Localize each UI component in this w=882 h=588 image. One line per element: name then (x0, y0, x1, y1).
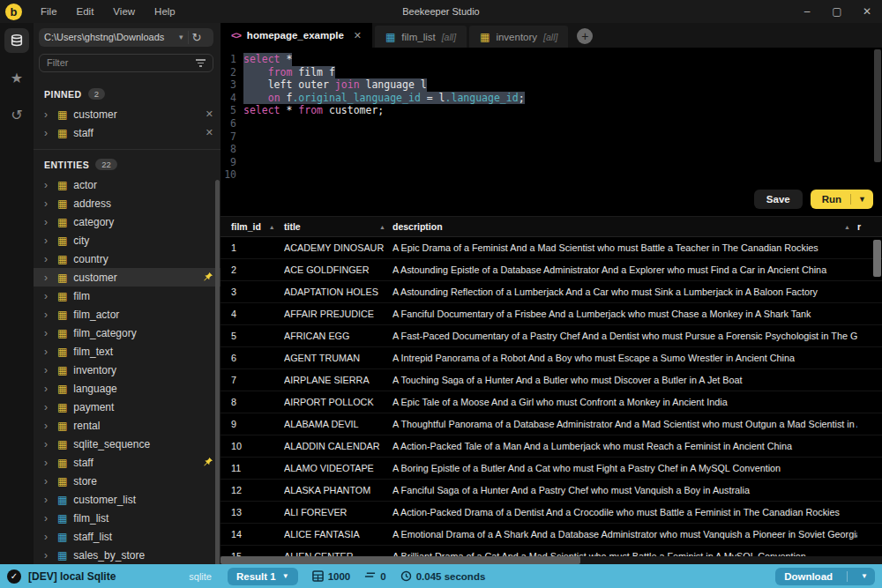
chevron-right-icon[interactable]: › (44, 364, 51, 376)
entity-item-category[interactable]: ›▦category (34, 212, 220, 231)
entity-item-inventory[interactable]: ›▦inventory (34, 361, 220, 379)
run-button[interactable]: Run ▼ (811, 190, 873, 209)
entity-item-actor[interactable]: ›▦actor (34, 175, 220, 194)
chevron-right-icon[interactable]: › (44, 475, 51, 488)
menu-help[interactable]: Help (145, 6, 185, 17)
chevron-right-icon[interactable]: › (44, 179, 51, 191)
menu-file[interactable]: File (31, 6, 67, 17)
entity-item-store[interactable]: ›▦store (34, 472, 220, 490)
table-row[interactable]: 12ALASKA PHANTOMA Fanciful Saga of a Hun… (220, 480, 882, 502)
chevron-right-icon[interactable]: › (44, 272, 51, 284)
close-button[interactable]: ✕ (852, 0, 882, 23)
tab-inventory[interactable]: ▦ inventory [all] (469, 26, 568, 48)
chevron-right-icon[interactable]: › (44, 512, 51, 525)
chevron-right-icon[interactable]: › (44, 494, 51, 506)
chevron-right-icon[interactable]: › (44, 216, 51, 228)
scrollbar-thumb[interactable] (220, 556, 580, 564)
chevron-right-icon[interactable]: › (44, 420, 51, 432)
entity-item-film_category[interactable]: ›▦film_category (34, 324, 220, 342)
column-header-description[interactable]: description ▲ (392, 221, 857, 232)
chevron-right-icon[interactable]: › (44, 457, 51, 469)
chevron-right-icon[interactable]: › (44, 549, 51, 562)
menu-edit[interactable]: Edit (67, 6, 104, 17)
result-selector[interactable]: Result 1 ▼ (228, 568, 298, 585)
column-header-title[interactable]: title ▲ (284, 221, 392, 232)
sidebar-scrollbar[interactable] (215, 180, 220, 564)
entity-item-film_actor[interactable]: ›▦film_actor (34, 305, 220, 324)
chevron-down-icon[interactable]: ▼ (854, 572, 875, 580)
chevron-right-icon[interactable]: › (44, 197, 51, 210)
chevron-right-icon[interactable]: › (44, 253, 51, 265)
entity-item-payment[interactable]: ›▦payment (34, 398, 220, 416)
entity-item-film_list[interactable]: ›▦film_list (34, 509, 220, 527)
close-tab-icon[interactable]: ✕ (354, 30, 362, 41)
entity-item-film[interactable]: ›▦film (34, 287, 220, 305)
database-panel-icon[interactable] (4, 28, 29, 53)
table-row[interactable]: 14ALICE FANTASIAA Emotional Drama of a A… (220, 524, 882, 546)
entity-item-country[interactable]: ›▦country (34, 249, 220, 268)
table-row[interactable]: 5AFRICAN EGGA Fast-Paced Documentary of … (220, 325, 882, 347)
entity-item-customer_list[interactable]: ›▦customer_list (34, 490, 220, 509)
chevron-right-icon[interactable]: › (44, 531, 51, 543)
chevron-right-icon[interactable]: › (44, 327, 51, 339)
chevron-right-icon[interactable]: › (44, 309, 51, 321)
pinned-section-header[interactable]: PINNED 2 (34, 79, 220, 105)
favorites-icon[interactable]: ★ (4, 65, 29, 90)
chevron-right-icon[interactable]: › (44, 290, 51, 302)
chevron-right-icon[interactable]: › (44, 127, 51, 139)
chevron-right-icon[interactable]: › (44, 234, 51, 247)
history-icon[interactable]: ↺ (4, 102, 29, 127)
column-header-partial[interactable]: r (857, 221, 882, 232)
new-tab-button[interactable]: + (577, 28, 593, 44)
table-row[interactable]: 9ALABAMA DEVILA Thoughtful Panorama of a… (220, 413, 882, 435)
pinned-item-staff[interactable]: ›▦staff✕ (34, 123, 220, 142)
save-button[interactable]: Save (754, 190, 803, 209)
chevron-right-icon[interactable]: › (44, 401, 51, 413)
column-header-film-id[interactable]: film_id ▲ (231, 221, 284, 232)
filter-icon[interactable] (196, 59, 206, 67)
table-row[interactable]: 3ADAPTATION HOLESA Astounding Reflection… (220, 281, 882, 303)
table-row[interactable]: 13ALI FOREVERA Action-Packed Drama of a … (220, 502, 882, 524)
entity-item-sales_by_store[interactable]: ›▦sales_by_store (34, 546, 220, 564)
pin-icon[interactable] (202, 272, 213, 283)
chevron-right-icon[interactable]: › (44, 438, 51, 450)
entity-item-rental[interactable]: ›▦rental (34, 416, 220, 435)
table-row[interactable]: 7AIRPLANE SIERRAA Touching Saga of a Hun… (220, 369, 882, 391)
tab-film-list[interactable]: ▦ film_list [all] (375, 26, 467, 48)
download-button[interactable]: Download ▼ (775, 568, 875, 585)
table-row[interactable]: 2ACE GOLDFINGERA Astounding Epistle of a… (220, 259, 882, 281)
results-horizontal-scrollbar[interactable] (220, 556, 882, 564)
chevron-right-icon[interactable]: › (44, 346, 51, 358)
entity-item-sqlite_sequence[interactable]: ›▦sqlite_sequence (34, 435, 220, 453)
run-dropdown-icon[interactable]: ▼ (851, 195, 873, 204)
connection-dropdown[interactable]: C:\Users\ghstng\Downloads ▾ ↻ (39, 28, 213, 47)
entity-item-staff[interactable]: ›▦staff (34, 453, 220, 472)
tab-homepage-example[interactable]: <> homepage_example ✕ (220, 23, 372, 48)
entities-section-header[interactable]: ENTITIES 22 (34, 150, 220, 175)
unpin-icon[interactable]: ✕ (206, 127, 213, 138)
entity-item-city[interactable]: ›▦city (34, 231, 220, 249)
results-vertical-scrollbar[interactable] (873, 240, 881, 277)
entity-item-film_text[interactable]: ›▦film_text (34, 342, 220, 361)
pin-icon[interactable] (202, 457, 213, 468)
unpin-icon[interactable]: ✕ (206, 108, 213, 120)
sql-editor[interactable]: 1select *2 from film f3 left outer join … (220, 48, 882, 217)
table-row[interactable]: 10ALADDIN CALENDARA Action-Packed Tale o… (220, 435, 882, 458)
minimize-button[interactable]: – (792, 0, 822, 23)
filter-input[interactable] (47, 57, 196, 68)
table-row[interactable]: 6AGENT TRUMANA Intrepid Panorama of a Ro… (220, 347, 882, 369)
entity-item-language[interactable]: ›▦language (34, 379, 220, 398)
sort-ascending-icon[interactable]: ▲ (269, 224, 275, 230)
entity-item-customer[interactable]: ›▦customer (34, 268, 220, 287)
entity-item-staff_list[interactable]: ›▦staff_list (34, 527, 220, 546)
pinned-item-customer[interactable]: ›▦customer✕ (34, 105, 220, 123)
sort-ascending-icon[interactable]: ▲ (844, 224, 850, 230)
table-row[interactable]: 4AFFAIR PREJUDICEA Fanciful Documentary … (220, 303, 882, 325)
table-row[interactable]: 1ACADEMY DINOSAURA Epic Drama of a Femin… (220, 237, 882, 259)
chevron-right-icon[interactable]: › (44, 108, 51, 121)
menu-view[interactable]: View (103, 6, 145, 17)
maximize-button[interactable]: ▢ (822, 0, 852, 23)
table-row[interactable]: 8AIRPORT POLLOCKA Epic Tale of a Moose A… (220, 391, 882, 413)
entity-item-address[interactable]: ›▦address (34, 194, 220, 212)
chevron-right-icon[interactable]: › (44, 383, 51, 395)
